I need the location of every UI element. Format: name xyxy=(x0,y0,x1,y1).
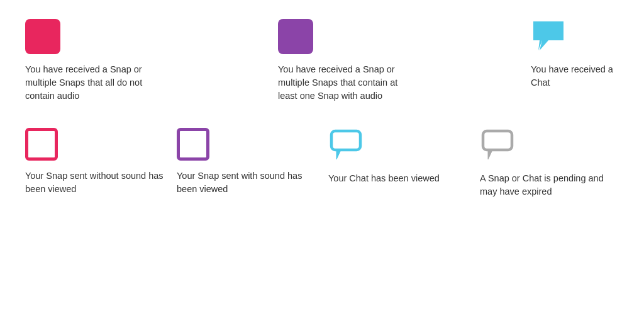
svg-rect-5 xyxy=(483,131,512,150)
outlined-bubble-icon xyxy=(480,128,515,163)
top-item-0: You have received a Snap or multiple Sna… xyxy=(25,19,259,103)
bottom-icon-3 xyxy=(480,128,515,163)
svg-marker-4 xyxy=(336,150,341,159)
top-icon-0 xyxy=(25,19,60,54)
outlined-bubble-icon xyxy=(328,128,364,163)
bottom-row: Your Snap sent without sound has been vi… xyxy=(25,128,619,198)
bottom-label-3: A Snap or Chat is pending and may have e… xyxy=(480,172,618,198)
top-item-2: You have received a Chat xyxy=(531,19,619,103)
top-icon-2 xyxy=(531,19,566,54)
outlined-square-icon xyxy=(177,128,209,161)
outlined-square-icon xyxy=(25,128,58,161)
svg-marker-7 xyxy=(488,150,492,159)
bottom-item-0: Your Snap sent without sound has been vi… xyxy=(25,128,164,198)
bottom-label-2: Your Chat has been viewed xyxy=(328,172,440,185)
top-item-1: You have received a Snap or multiple Sna… xyxy=(278,19,512,103)
bottom-icon-1 xyxy=(177,128,209,161)
top-icon-1 xyxy=(278,19,313,54)
filled-bubble-icon xyxy=(531,19,566,54)
top-label-2: You have received a Chat xyxy=(531,63,619,89)
svg-rect-2 xyxy=(331,131,360,150)
bottom-item-2: Your Chat has been viewed xyxy=(328,128,467,198)
svg-rect-0 xyxy=(533,21,564,40)
bottom-icon-2 xyxy=(328,128,364,163)
bottom-label-0: Your Snap sent without sound has been vi… xyxy=(25,169,164,196)
bottom-label-1: Your Snap sent with sound has been viewe… xyxy=(177,169,315,196)
bottom-item-1: Your Snap sent with sound has been viewe… xyxy=(177,128,316,198)
filled-square-icon xyxy=(25,19,60,54)
bottom-item-3: A Snap or Chat is pending and may have e… xyxy=(480,128,619,198)
filled-square-icon xyxy=(278,19,313,54)
top-label-1: You have received a Snap or multiple Sna… xyxy=(278,63,416,103)
top-label-0: You have received a Snap or multiple Sna… xyxy=(25,63,164,103)
bottom-icon-0 xyxy=(25,128,58,161)
top-row: You have received a Snap or multiple Sna… xyxy=(25,19,619,103)
